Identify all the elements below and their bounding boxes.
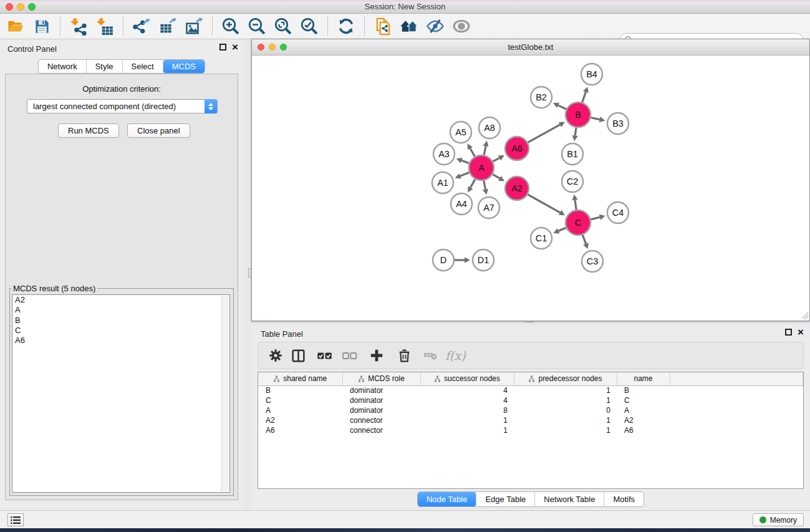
cell[interactable]: 1 xyxy=(514,385,617,395)
column-header-mcds-role[interactable]: MCDS role xyxy=(342,372,420,385)
edge-C-C1[interactable] xyxy=(553,228,566,233)
import-network-button[interactable] xyxy=(68,16,89,37)
table-tab-node-table[interactable]: Node Table xyxy=(418,492,477,506)
result-item-c[interactable]: C xyxy=(12,326,229,336)
node-b2[interactable]: B2 xyxy=(531,87,552,108)
cell[interactable]: dominator xyxy=(342,405,420,415)
cell[interactable]: B xyxy=(258,385,342,395)
export-table-button[interactable] xyxy=(157,16,178,37)
select-all-button[interactable] xyxy=(313,344,335,367)
zoom-selected-button[interactable] xyxy=(299,16,320,37)
save-session-button[interactable] xyxy=(31,16,52,37)
edge-D-D1[interactable] xyxy=(455,257,470,263)
edge-C-C2[interactable] xyxy=(572,195,577,210)
node-a[interactable]: A xyxy=(469,155,494,180)
result-item-a6[interactable]: A6 xyxy=(12,336,229,346)
import-table-button[interactable] xyxy=(94,16,115,37)
close-table-panel-icon[interactable]: × xyxy=(798,329,804,336)
delete-columns-button[interactable] xyxy=(393,344,415,367)
cell[interactable]: 1 xyxy=(514,425,617,435)
close-network-light[interactable] xyxy=(258,44,264,51)
node-a2[interactable]: A2 xyxy=(505,177,529,200)
table-tab-edge-table[interactable]: Edge Table xyxy=(476,492,535,506)
node-d1[interactable]: D1 xyxy=(473,249,494,271)
edge-A-A8[interactable] xyxy=(483,141,489,155)
node-a8[interactable]: A8 xyxy=(479,117,500,138)
node-b3[interactable]: B3 xyxy=(607,113,629,134)
cell[interactable]: 0 xyxy=(514,405,617,415)
column-header-name[interactable]: name xyxy=(617,372,670,385)
edge-B-B3[interactable] xyxy=(591,117,605,122)
node-b4[interactable]: B4 xyxy=(581,64,602,85)
delete-table-button[interactable] xyxy=(419,344,441,367)
cell[interactable]: A xyxy=(258,405,342,415)
cell[interactable]: A2 xyxy=(258,415,342,425)
cell[interactable]: 1 xyxy=(420,425,514,435)
node-c3[interactable]: C3 xyxy=(582,251,603,272)
table-settings-button[interactable] xyxy=(264,344,287,367)
clone-network-button[interactable] xyxy=(372,16,393,37)
cell[interactable]: 1 xyxy=(514,415,617,425)
cell[interactable]: dominator xyxy=(342,385,420,395)
edge-A6-B[interactable] xyxy=(528,122,565,143)
network-canvas[interactable]: B4B2BB3B1C2A5A8A6A3AA1A2A4A7C4CC1C3DD1 xyxy=(252,56,809,321)
node-a1[interactable]: A1 xyxy=(432,172,453,193)
node-a7[interactable]: A7 xyxy=(478,197,499,218)
edge-A2-C[interactable] xyxy=(528,195,565,215)
node-c1[interactable]: C1 xyxy=(531,228,552,249)
cell[interactable]: B xyxy=(617,385,670,395)
hide-selected-button[interactable] xyxy=(425,16,446,37)
zoom-network-light[interactable] xyxy=(280,44,287,51)
node-d[interactable]: D xyxy=(433,249,454,271)
result-item-a[interactable]: A xyxy=(12,305,229,315)
close-window-light[interactable] xyxy=(6,3,13,11)
edge-B-B4[interactable] xyxy=(582,87,589,102)
result-item-b[interactable]: B xyxy=(12,316,229,326)
node-a6[interactable]: A6 xyxy=(505,137,529,160)
table-row-a[interactable]: Adominator80A xyxy=(258,405,803,415)
create-column-button[interactable] xyxy=(365,344,388,367)
float-panel-icon[interactable] xyxy=(219,44,226,51)
network-window-titlebar[interactable]: testGlobe.txt xyxy=(252,39,809,56)
mcds-result-list[interactable]: A2ABCA6 xyxy=(12,294,230,493)
edge-A-A5[interactable] xyxy=(468,143,475,157)
node-a5[interactable]: A5 xyxy=(450,122,471,143)
memory-button[interactable]: Memory xyxy=(753,513,804,526)
export-image-button[interactable] xyxy=(183,16,205,37)
column-header-predecessor-nodes[interactable]: predecessor nodes xyxy=(514,372,617,385)
criterion-select[interactable]: largest connected component (directed) xyxy=(27,99,218,114)
cell[interactable]: 1 xyxy=(514,395,617,405)
edge-A-A6[interactable] xyxy=(493,155,504,162)
minimize-network-light[interactable] xyxy=(269,44,276,51)
cell[interactable]: connector xyxy=(342,425,420,435)
node-c4[interactable]: C4 xyxy=(607,202,629,223)
zoom-window-light[interactable] xyxy=(28,3,36,11)
resize-grip-icon[interactable] xyxy=(800,311,808,319)
cell[interactable]: C xyxy=(617,395,670,405)
edge-A-A2[interactable] xyxy=(493,175,504,181)
column-header-successor-nodes[interactable]: successor nodes xyxy=(420,372,514,385)
cell[interactable]: 1 xyxy=(420,415,514,425)
tab-mcds[interactable]: MCDS xyxy=(163,60,205,73)
minimize-window-light[interactable] xyxy=(17,3,24,11)
node-a3[interactable]: A3 xyxy=(433,143,455,165)
table-row-a6[interactable]: A6connector11A6 xyxy=(258,425,803,435)
task-history-button[interactable] xyxy=(7,513,24,526)
table-tab-motifs[interactable]: Motifs xyxy=(604,492,644,506)
zoom-fit-button[interactable] xyxy=(272,16,294,37)
home-neighbors-button[interactable] xyxy=(398,16,420,37)
equation-builder-button[interactable]: f(x) xyxy=(445,349,466,362)
cell[interactable]: dominator xyxy=(342,395,420,405)
tab-style[interactable]: Style xyxy=(87,60,123,73)
cell[interactable]: C xyxy=(258,395,342,405)
result-item-a2[interactable]: A2 xyxy=(12,295,229,305)
show-all-button[interactable] xyxy=(451,16,472,37)
edge-B-B2[interactable] xyxy=(553,103,566,109)
network-graph[interactable]: B4B2BB3B1C2A5A8A6A3AA1A2A4A7C4CC1C3DD1 xyxy=(252,56,809,321)
float-table-panel-icon[interactable] xyxy=(785,329,792,336)
refresh-view-button[interactable] xyxy=(335,16,357,37)
node-a4[interactable]: A4 xyxy=(451,193,472,215)
cell[interactable]: A6 xyxy=(258,425,342,435)
edge-A-A3[interactable] xyxy=(456,158,470,163)
table-row-b[interactable]: Bdominator41B xyxy=(258,385,803,395)
